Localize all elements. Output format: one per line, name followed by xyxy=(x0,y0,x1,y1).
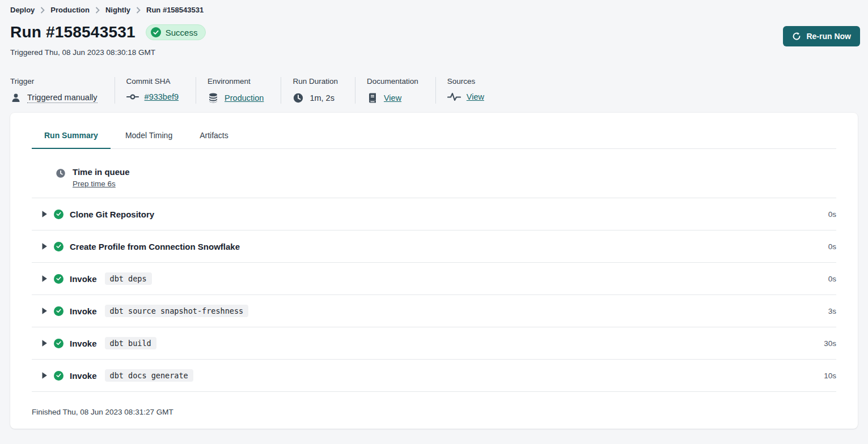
step-command-chip: dbt deps xyxy=(105,272,152,285)
meta-documentation: Documentation View xyxy=(355,77,435,104)
book-icon xyxy=(367,92,378,104)
breadcrumb-nightly[interactable]: Nightly xyxy=(105,6,130,14)
clock-icon xyxy=(56,168,66,189)
step-command-chip: dbt build xyxy=(105,337,156,349)
meta-commit-sha: Commit SHA #933bef9 xyxy=(115,77,196,104)
prep-time-link[interactable]: Prep time 6s xyxy=(73,180,116,188)
check-circle-icon xyxy=(54,371,63,381)
tab-run-summary[interactable]: Run Summary xyxy=(32,125,111,149)
person-icon xyxy=(10,92,22,104)
finished-timestamp: Finished Thu, 08 Jun 2023 08:31:27 GMT xyxy=(32,392,836,416)
meta-environment: Environment Production xyxy=(196,77,281,104)
breadcrumb: Deploy Production Nightly Run #158543531 xyxy=(10,6,858,14)
status-badge-label: Success xyxy=(166,28,198,37)
meta-sources-label: Sources xyxy=(447,77,484,86)
step-label: Invoke xyxy=(70,306,97,316)
tab-artifacts[interactable]: Artifacts xyxy=(187,125,241,149)
meta-trigger: Trigger Triggered manually xyxy=(10,77,115,104)
expand-triangle-icon[interactable] xyxy=(41,275,48,283)
step-row-dbt-build[interactable]: Invoke dbt build 30s xyxy=(32,327,836,360)
expand-triangle-icon[interactable] xyxy=(41,307,48,315)
refresh-icon xyxy=(792,32,801,41)
time-in-queue-title: Time in queue xyxy=(73,167,130,177)
step-duration: 0s xyxy=(828,242,836,251)
chevron-right-icon xyxy=(136,7,141,14)
meta-trigger-label: Trigger xyxy=(10,77,98,86)
check-circle-icon xyxy=(54,339,63,348)
time-in-queue-block: Time in queue Prep time 6s xyxy=(32,149,836,198)
check-circle-icon xyxy=(151,27,161,37)
tab-model-timing[interactable]: Model Timing xyxy=(113,125,185,149)
step-row-clone-git-repository[interactable]: Clone Git Repository 0s xyxy=(32,198,836,230)
page-title: Run #158543531 xyxy=(10,23,136,41)
step-label: Create Profile from Connection Snowflake xyxy=(70,242,240,251)
step-label: Invoke xyxy=(70,274,97,284)
tab-bar: Run Summary Model Timing Artifacts xyxy=(32,113,836,149)
expand-triangle-icon[interactable] xyxy=(41,210,48,218)
breadcrumb-current-run: Run #158543531 xyxy=(146,6,204,14)
step-row-dbt-docs-generate[interactable]: Invoke dbt docs generate 10s xyxy=(32,360,836,392)
meta-documentation-label: Documentation xyxy=(367,77,418,86)
chevron-right-icon xyxy=(40,7,45,14)
step-duration: 10s xyxy=(824,372,836,380)
pulse-icon xyxy=(447,92,461,101)
step-row-dbt-deps[interactable]: Invoke dbt deps 0s xyxy=(32,263,836,295)
page-header: Deploy Production Nightly Run #158543531… xyxy=(0,0,868,57)
chevron-right-icon xyxy=(95,7,100,14)
check-circle-icon xyxy=(54,274,63,284)
expand-triangle-icon[interactable] xyxy=(41,372,48,379)
check-circle-icon xyxy=(54,242,63,251)
meta-run-duration: Run Duration 1m, 2s xyxy=(281,77,355,104)
breadcrumb-production[interactable]: Production xyxy=(50,6,90,14)
meta-run-duration-label: Run Duration xyxy=(293,77,338,86)
check-circle-icon xyxy=(54,210,63,219)
check-circle-icon xyxy=(54,306,63,316)
step-duration: 30s xyxy=(824,339,836,348)
meta-sources: Sources View xyxy=(435,77,501,104)
run-metadata-row: Trigger Triggered manually Commit SHA #9… xyxy=(0,77,868,104)
environment-link[interactable]: Production xyxy=(225,93,264,103)
git-commit-icon xyxy=(126,93,139,101)
documentation-view-link[interactable]: View xyxy=(384,93,401,103)
rerun-now-label: Re-run Now xyxy=(806,32,851,41)
database-icon xyxy=(208,92,219,104)
step-duration: 0s xyxy=(828,275,836,283)
meta-commit-sha-label: Commit SHA xyxy=(126,77,179,86)
rerun-now-button[interactable]: Re-run Now xyxy=(783,26,860,46)
sources-view-link[interactable]: View xyxy=(467,92,484,101)
step-row-create-profile[interactable]: Create Profile from Connection Snowflake… xyxy=(32,230,836,263)
step-row-dbt-source-snapshot-freshness[interactable]: Invoke dbt source snapshot-freshness 3s xyxy=(32,295,836,327)
step-duration: 3s xyxy=(828,307,836,315)
step-label: Invoke xyxy=(70,371,97,381)
meta-environment-label: Environment xyxy=(208,77,264,86)
expand-triangle-icon[interactable] xyxy=(41,339,48,347)
triggered-timestamp: Triggered Thu, 08 Jun 2023 08:30:18 GMT xyxy=(10,48,858,57)
step-label: Clone Git Repository xyxy=(70,210,154,219)
meta-trigger-value: Triggered manually xyxy=(27,93,98,103)
run-summary-card: Run Summary Model Timing Artifacts Time … xyxy=(10,113,858,429)
run-duration-value: 1m, 2s xyxy=(310,93,335,103)
breadcrumb-deploy[interactable]: Deploy xyxy=(10,6,35,14)
step-label: Invoke xyxy=(70,339,97,348)
clock-icon xyxy=(293,92,304,104)
expand-triangle-icon[interactable] xyxy=(41,242,48,250)
step-duration: 0s xyxy=(828,210,836,219)
status-badge: Success xyxy=(146,24,206,40)
step-command-chip: dbt source snapshot-freshness xyxy=(105,305,249,317)
step-command-chip: dbt docs generate xyxy=(105,369,193,382)
commit-sha-link[interactable]: #933bef9 xyxy=(145,92,179,101)
